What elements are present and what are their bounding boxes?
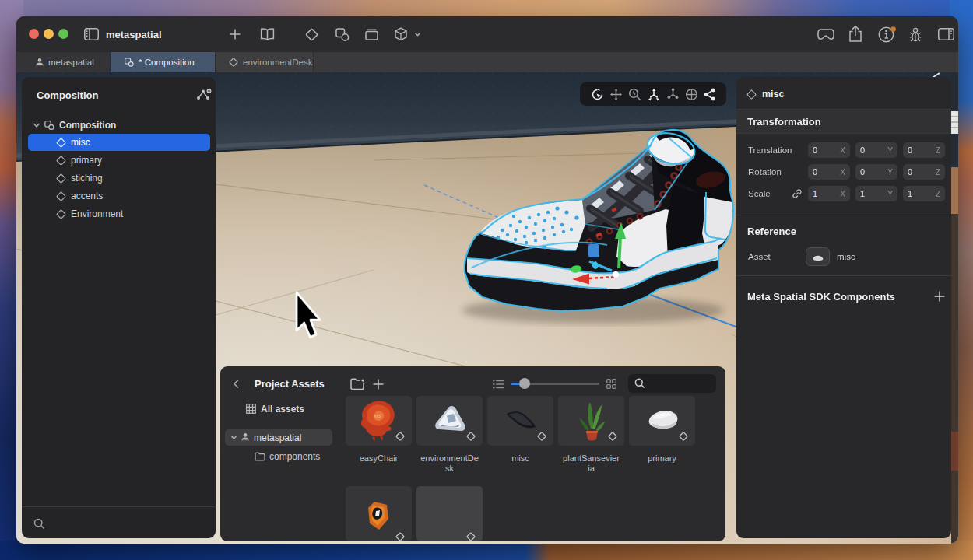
svg-text:MS: MS xyxy=(374,414,381,418)
